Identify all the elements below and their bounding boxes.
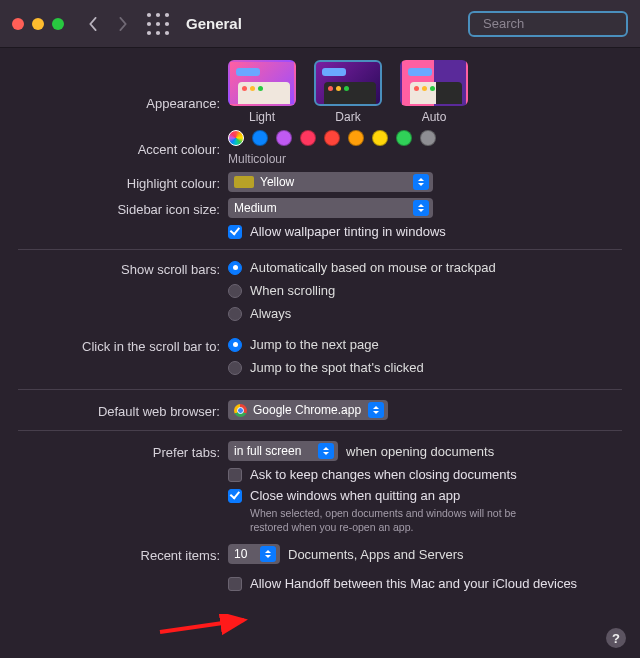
accent-swatch-1[interactable] (252, 130, 268, 146)
toolbar: General (0, 0, 640, 48)
highlight-colour-popup[interactable]: Yellow (228, 172, 433, 192)
sidebar-size-value: Medium (234, 201, 277, 215)
svg-point-7 (156, 30, 160, 34)
appearance-options: Light Dark Auto (228, 60, 622, 124)
accent-swatch-7[interactable] (396, 130, 412, 146)
ask-keep-changes-label: Ask to keep changes when closing documen… (250, 467, 517, 482)
wallpaper-tint-checkbox[interactable] (228, 225, 242, 239)
svg-point-5 (165, 21, 169, 25)
recent-items-label: Recent items: (18, 546, 228, 563)
svg-point-6 (147, 30, 151, 34)
accent-colour-label: Accent colour: (18, 140, 228, 157)
accent-swatch-8[interactable] (420, 130, 436, 146)
back-button[interactable] (82, 13, 104, 35)
scroll-click-option-next: Jump to the next page (250, 337, 379, 352)
svg-point-4 (156, 21, 160, 25)
highlight-swatch-icon (234, 176, 254, 188)
search-field[interactable] (468, 11, 628, 37)
appearance-caption-auto: Auto (422, 110, 447, 124)
prefer-tabs-value: in full screen (234, 444, 312, 458)
scroll-bars-option-always: Always (250, 306, 291, 321)
recent-items-suffix: Documents, Apps and Servers (288, 547, 464, 562)
stepper-icon (318, 443, 334, 459)
scroll-bars-option-auto: Automatically based on mouse or trackpad (250, 260, 496, 275)
recent-items-value: 10 (234, 547, 254, 561)
scroll-click-option-spot: Jump to the spot that's clicked (250, 360, 424, 375)
grid-icon (146, 12, 170, 36)
accent-colour-swatches (228, 130, 622, 146)
zoom-window-button[interactable] (52, 18, 64, 30)
handoff-checkbox[interactable] (228, 577, 242, 591)
svg-point-3 (147, 21, 151, 25)
ask-keep-changes-checkbox[interactable] (228, 468, 242, 482)
stepper-icon (413, 200, 429, 216)
scroll-bars-radio-scrolling[interactable] (228, 284, 242, 298)
accent-swatch-4[interactable] (324, 130, 340, 146)
annotation-arrow-icon (156, 614, 256, 640)
forward-button[interactable] (112, 13, 134, 35)
close-windows-checkbox[interactable] (228, 489, 242, 503)
chevron-left-icon (87, 17, 99, 31)
sidebar-size-label: Sidebar icon size: (18, 200, 228, 217)
svg-point-2 (165, 12, 169, 16)
stepper-icon (413, 174, 429, 190)
help-button[interactable]: ? (606, 628, 626, 648)
recent-items-popup[interactable]: 10 (228, 544, 280, 564)
sidebar-size-popup[interactable]: Medium (228, 198, 433, 218)
window-title: General (186, 15, 242, 32)
chrome-icon (234, 404, 247, 417)
svg-point-1 (156, 12, 160, 16)
appearance-option-light[interactable] (228, 60, 296, 106)
scroll-bars-option-scrolling: When scrolling (250, 283, 335, 298)
prefer-tabs-suffix: when opening documents (346, 444, 494, 459)
stepper-icon (368, 402, 384, 418)
accent-colour-caption: Multicolour (228, 152, 622, 166)
appearance-label: Appearance: (18, 60, 228, 111)
stepper-icon (260, 546, 276, 562)
close-windows-label: Close windows when quitting an app (250, 488, 460, 503)
prefer-tabs-label: Prefer tabs: (18, 443, 228, 460)
default-browser-value: Google Chrome.app (253, 403, 361, 417)
appearance-option-auto[interactable] (400, 60, 468, 106)
accent-swatch-2[interactable] (276, 130, 292, 146)
svg-point-8 (165, 30, 169, 34)
default-browser-popup[interactable]: Google Chrome.app (228, 400, 388, 420)
highlight-colour-value: Yellow (260, 175, 294, 189)
svg-line-11 (160, 620, 244, 632)
scroll-click-radio-next[interactable] (228, 338, 242, 352)
close-windows-note: When selected, open documents and window… (228, 507, 538, 534)
chevron-right-icon (117, 17, 129, 31)
appearance-option-dark[interactable] (314, 60, 382, 106)
close-window-button[interactable] (12, 18, 24, 30)
minimize-window-button[interactable] (32, 18, 44, 30)
wallpaper-tint-label: Allow wallpaper tinting in windows (250, 224, 446, 239)
scroll-bars-label: Show scroll bars: (18, 260, 228, 277)
appearance-caption-light: Light (249, 110, 275, 124)
accent-swatch-6[interactable] (372, 130, 388, 146)
prefer-tabs-popup[interactable]: in full screen (228, 441, 338, 461)
default-browser-label: Default web browser: (18, 402, 228, 419)
accent-swatch-5[interactable] (348, 130, 364, 146)
scroll-bars-radio-always[interactable] (228, 307, 242, 321)
window-controls (12, 18, 64, 30)
search-input[interactable] (483, 16, 640, 31)
appearance-caption-dark: Dark (335, 110, 360, 124)
show-all-button[interactable] (146, 12, 170, 36)
accent-swatch-3[interactable] (300, 130, 316, 146)
scroll-click-radio-spot[interactable] (228, 361, 242, 375)
scroll-bars-radio-auto[interactable] (228, 261, 242, 275)
scroll-click-label: Click in the scroll bar to: (18, 337, 228, 354)
accent-swatch-0[interactable] (228, 130, 244, 146)
highlight-colour-label: Highlight colour: (18, 174, 228, 191)
handoff-label: Allow Handoff between this Mac and your … (250, 576, 577, 591)
svg-point-0 (147, 12, 151, 16)
